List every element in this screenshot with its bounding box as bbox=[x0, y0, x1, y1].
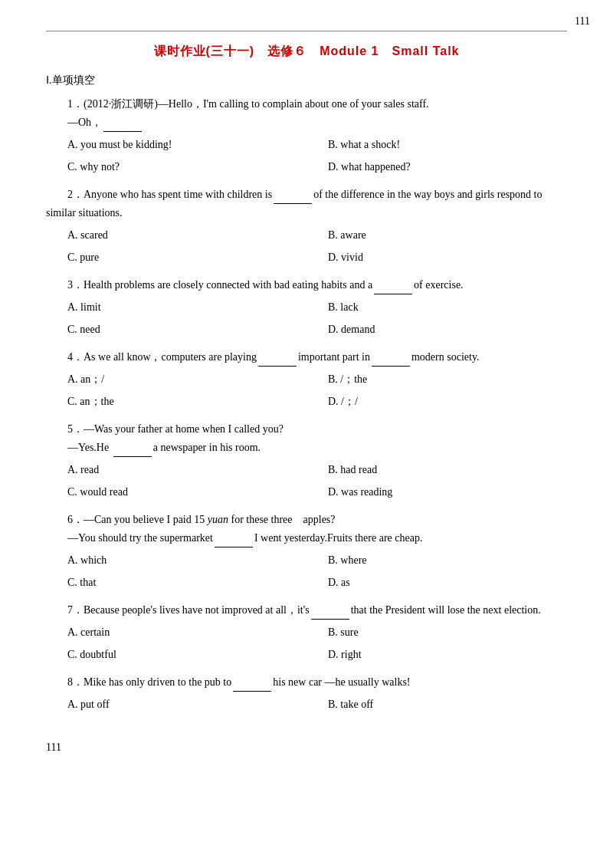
question-4-text: 4．As we all know，computers are playingim… bbox=[46, 348, 567, 367]
question-6-continuation: —You should try the supermarketI went ye… bbox=[67, 529, 567, 547]
option-1c: C. why not? bbox=[46, 157, 306, 176]
option-2a: A. scared bbox=[46, 225, 306, 245]
question-4: 4．As we all know，computers are playingim… bbox=[46, 348, 567, 411]
option-7c: C. doubtful bbox=[46, 645, 306, 664]
option-1b: B. what a shock! bbox=[306, 135, 567, 154]
question-7: 7．Because people's lives have not improv… bbox=[46, 601, 567, 664]
question-8-text: 8．Mike has only driven to the pub tohis … bbox=[46, 673, 567, 692]
option-4d: D. /；/ bbox=[306, 392, 567, 411]
option-1a: A. you must be kidding! bbox=[46, 135, 306, 154]
option-4a: A. an；/ bbox=[46, 370, 306, 389]
question-6-options-ab: A. which B. where bbox=[46, 551, 567, 570]
question-3-options-cd: C. need D. demand bbox=[46, 320, 567, 339]
question-2-options-cd: C. pure D. vivid bbox=[46, 248, 567, 267]
option-7b: B. sure bbox=[306, 623, 567, 642]
option-5d: D. was reading bbox=[306, 482, 567, 501]
page-container: 111 课时作业(三十一) 选修６ Module 1 Small Talk Ⅰ.… bbox=[0, 0, 613, 769]
option-5c: C. would read bbox=[46, 482, 306, 501]
question-7-text: 7．Because people's lives have not improv… bbox=[46, 601, 567, 620]
option-6b: B. where bbox=[306, 551, 567, 570]
page-title: 课时作业(三十一) 选修６ Module 1 Small Talk bbox=[46, 44, 567, 60]
question-4-options-cd: C. an；the D. /；/ bbox=[46, 392, 567, 411]
option-5a: A. read bbox=[46, 460, 306, 479]
option-1d: D. what happened? bbox=[306, 157, 567, 176]
question-7-options-ab: A. certain B. sure bbox=[46, 623, 567, 642]
option-5b: B. had read bbox=[306, 460, 567, 479]
question-8-options-ab: A. put off B. take off bbox=[46, 695, 567, 714]
question-1-options-cd: C. why not? D. what happened? bbox=[46, 157, 567, 176]
option-6d: D. as bbox=[306, 573, 567, 592]
question-1-continuation: —Oh， bbox=[67, 113, 567, 132]
option-3a: A. limit bbox=[46, 298, 306, 317]
question-5-options-cd: C. would read D. was reading bbox=[46, 482, 567, 501]
question-6: 6．—Can you believe I paid 15 yuan for th… bbox=[46, 511, 567, 592]
option-7a: A. certain bbox=[46, 623, 306, 642]
question-2-options-ab: A. scared B. aware bbox=[46, 225, 567, 245]
option-7d: D. right bbox=[306, 645, 567, 664]
option-8b: B. take off bbox=[306, 695, 567, 714]
option-2d: D. vivid bbox=[306, 248, 567, 267]
question-6-options-cd: C. that D. as bbox=[46, 573, 567, 592]
question-2: 2．Anyone who has spent time with childre… bbox=[46, 186, 567, 267]
question-3-options-ab: A. limit B. lack bbox=[46, 298, 567, 317]
option-6c: C. that bbox=[46, 573, 306, 592]
question-1-text: 1．(2012·浙江调研)—Hello，I'm calling to compl… bbox=[46, 95, 567, 113]
option-6a: A. which bbox=[46, 551, 306, 570]
option-3c: C. need bbox=[46, 320, 306, 339]
question-5: 5．—Was your father at home when I called… bbox=[46, 420, 567, 501]
option-4c: C. an；the bbox=[46, 392, 306, 411]
section-header: Ⅰ.单项填空 bbox=[46, 74, 567, 87]
option-3b: B. lack bbox=[306, 298, 567, 317]
question-3: 3．Health problems are closely connected … bbox=[46, 276, 567, 339]
page-number-top: 111 bbox=[575, 15, 590, 28]
top-divider bbox=[46, 31, 567, 31]
question-6-text: 6．—Can you believe I paid 15 yuan for th… bbox=[46, 511, 567, 529]
question-1: 1．(2012·浙江调研)—Hello，I'm calling to compl… bbox=[46, 95, 567, 176]
question-5-continuation: —Yes.He a newspaper in his room. bbox=[67, 439, 567, 457]
question-7-options-cd: C. doubtful D. right bbox=[46, 645, 567, 664]
question-2-text: 2．Anyone who has spent time with childre… bbox=[46, 186, 567, 222]
option-8a: A. put off bbox=[46, 695, 306, 714]
question-4-options-ab: A. an；/ B. /；the bbox=[46, 370, 567, 389]
question-5-options-ab: A. read B. had read bbox=[46, 460, 567, 479]
question-5-text: 5．—Was your father at home when I called… bbox=[46, 420, 567, 439]
question-1-options: A. you must be kidding! B. what a shock! bbox=[46, 135, 567, 154]
page-number-bottom: 111 bbox=[46, 741, 61, 754]
option-4b: B. /；the bbox=[306, 370, 567, 389]
question-3-text: 3．Health problems are closely connected … bbox=[46, 276, 567, 294]
option-2b: B. aware bbox=[306, 225, 567, 245]
option-3d: D. demand bbox=[306, 320, 567, 339]
question-8: 8．Mike has only driven to the pub tohis … bbox=[46, 673, 567, 714]
option-2c: C. pure bbox=[46, 248, 306, 267]
